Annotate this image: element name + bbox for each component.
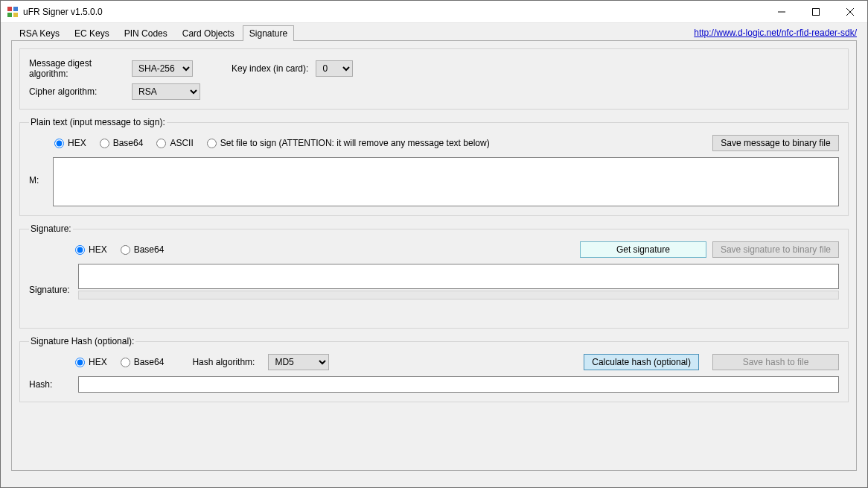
save-hash-button[interactable]: Save hash to file [712, 354, 839, 370]
window-controls [765, 1, 867, 22]
svg-rect-4 [813, 8, 820, 15]
maximize-button[interactable] [799, 1, 833, 22]
app-window: uFR Signer v1.5.0.0 http://www.d-logic.n… [0, 0, 868, 488]
sig-radio-base64[interactable]: Base64 [121, 244, 165, 255]
message-label: M: [29, 157, 47, 186]
save-signature-button[interactable]: Save signature to binary file [712, 241, 839, 258]
message-input[interactable] [53, 157, 839, 206]
hash-algo-label: Hash algorithm: [192, 357, 255, 367]
calculate-hash-button[interactable]: Calculate hash (optional) [584, 354, 699, 370]
cipher-label: Cipher algorithm: [29, 86, 124, 97]
plain-radio-file[interactable]: Set file to sign (ATTENTION: it will rem… [207, 138, 490, 148]
plaintext-group: Plain text (input message to sign): HEX … [19, 117, 849, 216]
digest-select[interactable]: SHA-256 [132, 60, 193, 77]
tab-panel-signature: Message digest algorithm: SHA-256 Key in… [11, 40, 857, 471]
svg-rect-3 [13, 13, 18, 17]
plain-radio-base64[interactable]: Base64 [100, 138, 144, 148]
app-icon [7, 6, 19, 18]
hash-legend: Signature Hash (optional): [29, 336, 135, 346]
hash-group: Signature Hash (optional): HEX Base64 Ha… [19, 336, 849, 402]
hash-radio-hex[interactable]: HEX [75, 357, 107, 367]
plain-radio-hex[interactable]: HEX [54, 138, 86, 148]
signature-legend: Signature: [29, 224, 73, 234]
tab-card-objects[interactable]: Card Objects [176, 25, 241, 41]
tab-strip: RSA Keys EC Keys PIN Codes Card Objects … [11, 25, 857, 40]
hash-radio-base64[interactable]: Base64 [121, 357, 165, 367]
titlebar: uFR Signer v1.5.0.0 [1, 1, 867, 23]
signature-group: Signature: HEX Base64 Get signature Save… [19, 224, 849, 329]
algorithm-group: Message digest algorithm: SHA-256 Key in… [19, 48, 849, 110]
svg-rect-2 [7, 13, 12, 17]
svg-rect-0 [7, 7, 12, 11]
window-title: uFR Signer v1.5.0.0 [23, 7, 103, 17]
save-message-button[interactable]: Save message to binary file [712, 135, 839, 151]
tab-ec-keys[interactable]: EC Keys [68, 25, 116, 41]
tab-signature[interactable]: Signature [243, 25, 294, 41]
sig-radio-hex[interactable]: HEX [75, 244, 107, 255]
digest-label: Message digest algorithm: [29, 58, 124, 79]
signature-scrollbar[interactable] [78, 291, 839, 300]
keyindex-label: Key index (in card): [232, 63, 308, 74]
tab-rsa-keys[interactable]: RSA Keys [13, 25, 66, 41]
signature-output[interactable] [78, 264, 839, 289]
close-button[interactable] [833, 1, 867, 22]
hash-label: Hash: [29, 379, 72, 390]
get-signature-button[interactable]: Get signature [580, 241, 706, 258]
plaintext-legend: Plain text (input message to sign): [29, 117, 167, 127]
tab-pin-codes[interactable]: PIN Codes [118, 25, 174, 41]
keyindex-select[interactable]: 0 [316, 60, 353, 77]
plain-radio-ascii[interactable]: ASCII [156, 138, 193, 148]
signature-label: Signature: [29, 264, 72, 295]
hash-output[interactable] [78, 376, 839, 393]
svg-rect-1 [13, 7, 18, 11]
cipher-select[interactable]: RSA [132, 83, 200, 100]
minimize-button[interactable] [765, 1, 799, 22]
hash-algo-select[interactable]: MD5 [268, 354, 329, 370]
